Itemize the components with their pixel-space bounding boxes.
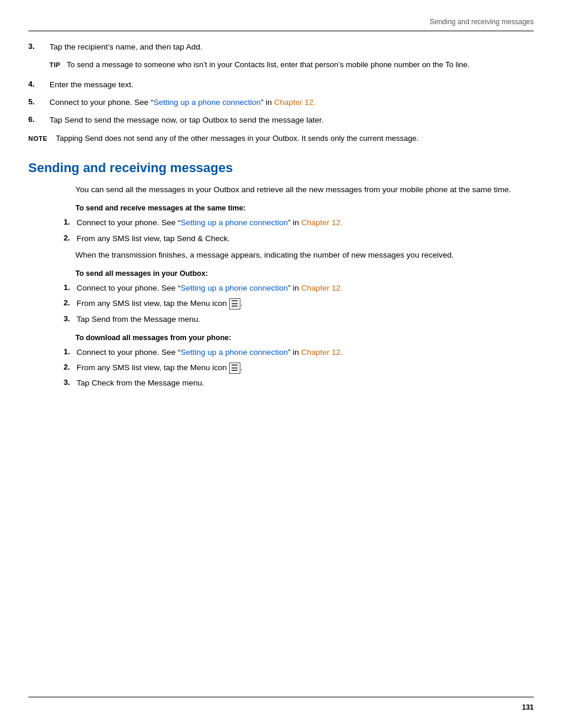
sub2-step-2: 2. From any SMS list view, tap the Menu … [64, 298, 534, 309]
step-5-text: Connect to your phone. See “Setting up a… [49, 97, 534, 108]
subsection-3-title: To download all messages from your phone… [75, 334, 534, 342]
subsection-1-title: To send and receive messages at the same… [75, 204, 534, 212]
sub3-step-1: 1. Connect to your phone. See “Setting u… [64, 347, 534, 358]
note-text: Tapping Send does not send any of the ot… [49, 134, 418, 143]
sub1-after-text: When the transmission finishes, a messag… [75, 249, 534, 261]
sub1-step-1-text: Connect to your phone. See “Setting up a… [77, 217, 343, 229]
sub1-step-1-chapter[interactable]: Chapter 12. [301, 218, 343, 227]
step-3-text: Tap the recipient’s name, and then tap A… [49, 41, 534, 53]
subsection-2-steps: 1. Connect to your phone. See “Setting u… [64, 282, 534, 325]
top-rule [28, 31, 534, 31]
step-5-chapter[interactable]: Chapter 12. [274, 98, 316, 107]
step-6-block: 6. Tap Send to send the message now, or … [28, 114, 534, 126]
bottom-rule [28, 697, 534, 697]
sub1-step-2-text: From any SMS list view, tap Send & Check… [77, 233, 230, 245]
sub2-step-2-num: 2. [64, 298, 77, 307]
page-number: 131 [522, 703, 534, 711]
sub2-step-2-text: From any SMS list view, tap the Menu ico… [77, 298, 243, 309]
sub1-step-2-num: 2. [64, 233, 77, 242]
sub2-step-1-num: 1. [64, 282, 77, 292]
sub1-step-1-num: 1. [64, 217, 77, 226]
sub3-step-3-text: Tap Check from the Message menu. [77, 377, 204, 389]
page: Sending and receiving messages 3. Tap th… [0, 0, 562, 728]
sub2-step-1-text: Connect to your phone. See “Setting up a… [77, 282, 343, 294]
section-intro: You can send all the messages in your Ou… [75, 184, 534, 196]
sub1-step-2: 2. From any SMS list view, tap Send & Ch… [64, 233, 534, 245]
sub2-step-3-num: 3. [64, 314, 77, 323]
sub3-step-1-chapter[interactable]: Chapter 12. [301, 348, 343, 357]
sub3-step-2-text: From any SMS list view, tap the Menu ico… [77, 362, 243, 374]
content-area: 3. Tap the recipient’s name, and then ta… [0, 0, 562, 440]
subsection-3-steps: 1. Connect to your phone. See “Setting u… [64, 347, 534, 390]
sub2-step-1-link[interactable]: Setting up a phone connection [180, 284, 287, 292]
subsection-2-title: To send all messages in your Outbox: [75, 269, 534, 278]
sub3-step-1-text: Connect to your phone. See “Setting up a… [77, 347, 343, 358]
note-block: NOTE Tapping Send does not send any of t… [28, 133, 534, 144]
step-5-num: 5. [28, 97, 49, 106]
sub2-step-1: 1. Connect to your phone. See “Setting u… [64, 282, 534, 294]
sub1-step-1: 1. Connect to your phone. See “Setting u… [64, 217, 534, 229]
step-5-block: 5. Connect to your phone. See “Setting u… [28, 97, 534, 108]
sub2-step-3-text: Tap Send from the Message menu. [77, 314, 200, 325]
sub3-step-1-num: 1. [64, 347, 77, 356]
sub2-step-3: 3. Tap Send from the Message menu. [64, 314, 534, 325]
sub3-step-2: 2. From any SMS list view, tap the Menu … [64, 362, 534, 374]
step-6-num: 6. [28, 114, 49, 124]
step-4-text: Enter the message text. [49, 79, 534, 91]
section-title: Sending and receiving messages [28, 160, 534, 176]
sub3-step-3: 3. Tap Check from the Message menu. [64, 377, 534, 389]
menu-icon-2: ☰ [229, 363, 240, 374]
tip-text: To send a message to someone who isn’t i… [62, 60, 470, 69]
step-4-block: 4. Enter the message text. [28, 79, 534, 91]
menu-icon-1: ☰ [229, 298, 240, 309]
sub2-step-1-chapter[interactable]: Chapter 12. [301, 284, 343, 292]
tip-block: TIP To send a message to someone who isn… [49, 59, 534, 71]
sub1-step-1-link[interactable]: Setting up a phone connection [180, 218, 287, 227]
sub3-step-2-num: 2. [64, 362, 77, 371]
sub3-step-1-link[interactable]: Setting up a phone connection [180, 348, 287, 357]
sub3-step-3-num: 3. [64, 377, 77, 387]
step-5-link[interactable]: Setting up a phone connection [153, 98, 260, 107]
note-label: NOTE [28, 135, 48, 142]
subsection-1-steps: 1. Connect to your phone. See “Setting u… [64, 217, 534, 245]
step-6-text: Tap Send to send the message now, or tap… [49, 114, 534, 126]
step-4-num: 4. [28, 79, 49, 88]
header-title: Sending and receiving messages [429, 18, 534, 26]
tip-label: TIP [49, 61, 61, 68]
step-3-num: 3. [28, 41, 49, 51]
step-3-block: 3. Tap the recipient’s name, and then ta… [28, 41, 534, 53]
